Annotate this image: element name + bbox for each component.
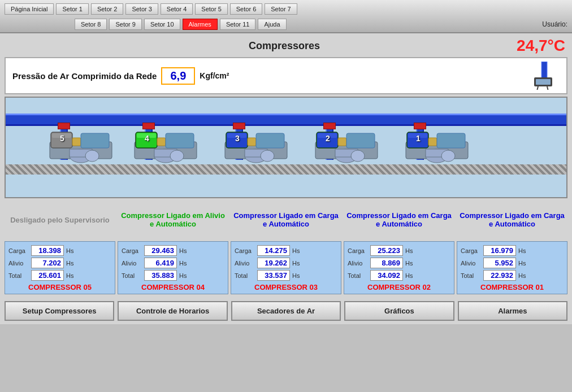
alivio-unit-3: Hs — [292, 260, 300, 267]
nav-btn-setor-10[interactable]: Setor 10 — [144, 19, 180, 30]
bottom-bar: Setup CompressoresControle de HorariosSe… — [5, 298, 567, 321]
compressor-name-5: COMPRESSOR 05 — [8, 283, 111, 291]
nav-btn-setor-1[interactable]: Setor 1 — [56, 3, 88, 15]
svg-line-4 — [547, 86, 548, 90]
status-cell-4: Compressor Ligado em Alivio e Automático — [118, 201, 228, 239]
data-card-2: Carga 25.223 Hs Alivio 8.869 Hs Total 34… — [344, 241, 454, 294]
status-cell-3: Compressor Ligado em Carga e Automático — [231, 201, 341, 239]
status-cell-2: Compressor Ligado em Carga e Automático — [344, 201, 454, 239]
alivio-unit-1: Hs — [518, 260, 526, 267]
status-section: Desligado pelo SupervisorioCompressor Li… — [5, 201, 567, 239]
bottom-btn-controle-horarios[interactable]: Controle de Horarios — [118, 301, 227, 321]
carga-unit-2: Hs — [405, 247, 413, 254]
carga-row-2: Carga 25.223 Hs — [348, 245, 450, 256]
carga-label-2: Carga — [348, 247, 368, 254]
nav-btn-setor-5[interactable]: Setor 5 — [195, 3, 227, 15]
carga-unit-3: Hs — [292, 247, 300, 254]
data-card-1: Carga 16.979 Hs Alivio 5.952 Hs Total 22… — [457, 241, 567, 294]
svg-rect-35 — [338, 138, 346, 146]
sensor-area — [526, 62, 560, 90]
nav-btn-alarmes[interactable]: Alarmes — [183, 19, 218, 30]
carga-value-1: 16.979 — [483, 245, 516, 256]
total-row-3: Total 33.537 Hs — [235, 270, 337, 281]
svg-rect-0 — [541, 62, 547, 79]
svg-text:5: 5 — [60, 134, 64, 143]
nav-btn-setor-11[interactable]: Setor 11 — [220, 19, 256, 30]
title-bar: Compressores 24,7°C — [5, 33, 567, 57]
svg-rect-18 — [166, 133, 194, 148]
nav-btn-pagina-inicial[interactable]: Página Inicial — [5, 3, 54, 15]
data-section: Carga 18.398 Hs Alivio 7.202 Hs Total 25… — [5, 241, 567, 294]
nav-btn-setor-2[interactable]: Setor 2 — [91, 3, 123, 15]
total-unit-5: Hs — [66, 272, 73, 279]
alivio-value-5: 7.202 — [31, 258, 64, 268]
usuario-label: Usuário: — [542, 20, 567, 28]
carga-label-3: Carga — [235, 247, 255, 254]
nav-btn-ajuda[interactable]: Ajuda — [258, 19, 286, 30]
bottom-btn-secadores-ar[interactable]: Secadores de Ar — [231, 301, 341, 321]
svg-rect-45 — [437, 133, 465, 148]
alivio-unit-5: Hs — [66, 260, 73, 267]
total-label-3: Total — [235, 272, 255, 279]
pressure-label: Pressão de Ar Comprimido da Rede — [12, 71, 157, 81]
svg-rect-44 — [428, 138, 437, 146]
carga-value-5: 18.398 — [31, 245, 64, 256]
nav-btn-setor-7[interactable]: Setor 7 — [265, 3, 297, 15]
status-cell-5: Desligado pelo Supervisorio — [5, 201, 115, 239]
pressure-value: 6,9 — [161, 67, 195, 85]
total-row-1: Total 22.932 Hs — [461, 270, 564, 281]
alivio-label-5: Alivio — [8, 260, 29, 267]
svg-text:1: 1 — [416, 134, 421, 143]
svg-text:2: 2 — [326, 134, 330, 143]
alivio-row-3: Alivio 19.262 Hs — [235, 258, 337, 268]
compressor-name-1: COMPRESSOR 01 — [461, 283, 564, 291]
alivio-unit-4: Hs — [179, 260, 187, 267]
bottom-btn-setup-compressores[interactable]: Setup Compressores — [5, 301, 114, 321]
total-value-2: 34.092 — [370, 270, 403, 281]
pressure-bar: Pressão de Ar Comprimido da Rede 6,9 Kgf… — [5, 57, 567, 94]
alivio-unit-2: Hs — [405, 260, 413, 267]
status-cell-1: Compressor Ligado em Carga e Automático — [457, 201, 567, 239]
svg-text:4: 4 — [145, 134, 149, 143]
total-unit-4: Hs — [179, 272, 187, 279]
carga-value-3: 14.275 — [257, 245, 290, 256]
nav-btn-setor-3[interactable]: Setor 3 — [125, 3, 158, 15]
total-value-5: 25.601 — [31, 270, 64, 281]
total-value-1: 22.932 — [483, 270, 516, 281]
svg-point-21 — [170, 150, 184, 162]
nav-btn-setor-9[interactable]: Setor 9 — [109, 19, 141, 30]
total-label-2: Total — [348, 272, 368, 279]
carga-row-4: Carga 29.463 Hs — [122, 245, 224, 256]
visual-area: 5 4 — [5, 97, 567, 198]
carga-unit-4: Hs — [179, 247, 187, 254]
carga-value-4: 29.463 — [144, 245, 177, 256]
nav-btn-setor-8[interactable]: Setor 8 — [75, 19, 107, 30]
top-nav: Página InicialSetor 1Setor 2Setor 3Setor… — [0, 0, 572, 33]
svg-rect-27 — [256, 133, 284, 148]
compressor-machine-1: 1 — [400, 122, 468, 166]
temperature-display: 24,7°C — [517, 37, 565, 55]
page-title: Compressores — [52, 40, 517, 52]
alivio-value-2: 8.869 — [370, 258, 403, 268]
carga-row-3: Carga 14.275 Hs — [235, 245, 337, 256]
svg-rect-26 — [248, 138, 256, 146]
compressor-machine-2: 2 — [310, 122, 378, 166]
carga-label-1: Carga — [461, 247, 481, 254]
total-row-4: Total 35.883 Hs — [122, 270, 224, 281]
bottom-btn-alarmes-bottom[interactable]: Alarmes — [458, 301, 567, 321]
carga-row-5: Carga 18.398 Hs — [8, 245, 111, 256]
nav-btn-setor-6[interactable]: Setor 6 — [230, 3, 262, 15]
bottom-btn-graficos[interactable]: Gráficos — [344, 301, 454, 321]
total-label-1: Total — [461, 272, 481, 279]
total-unit-3: Hs — [292, 272, 300, 279]
compressor-name-3: COMPRESSOR 03 — [235, 283, 337, 291]
svg-rect-8 — [72, 138, 81, 146]
nav-btn-setor-4[interactable]: Setor 4 — [161, 3, 193, 15]
alivio-value-1: 5.952 — [483, 258, 516, 268]
svg-point-48 — [441, 150, 455, 162]
valve-1 — [414, 123, 426, 129]
total-unit-1: Hs — [518, 272, 526, 279]
carga-unit-5: Hs — [66, 247, 73, 254]
svg-line-3 — [537, 86, 538, 90]
alivio-row-5: Alivio 7.202 Hs — [8, 258, 111, 268]
